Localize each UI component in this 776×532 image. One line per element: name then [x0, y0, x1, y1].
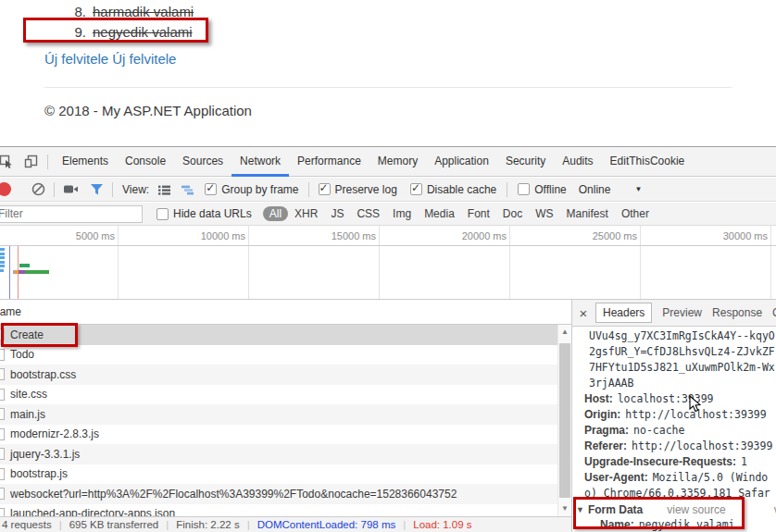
filter-input[interactable]	[0, 205, 143, 223]
domcontentloaded-marker	[9, 246, 10, 299]
request-name: bootstrap.js	[10, 467, 68, 480]
request-row[interactable]: site.css	[0, 385, 558, 405]
request-row[interactable]: Todo	[0, 345, 558, 365]
request-name: jquery-3.3.1.js	[10, 448, 80, 461]
request-row[interactable]: websocket?url=http%3A%2F%2Flocalhost%3A3…	[0, 484, 558, 504]
resource-filter-pill[interactable]: JS	[324, 206, 350, 221]
scroll-up-icon[interactable]: ▲	[558, 326, 571, 339]
name-column-header[interactable]: Name	[0, 305, 21, 318]
capture-screenshots-icon[interactable]	[62, 181, 79, 198]
timeline-tick-label: 10000 ms	[171, 230, 245, 241]
hide-data-urls-checkbox[interactable]	[156, 208, 169, 220]
check-icon: ✓	[206, 181, 215, 194]
new-entry-link[interactable]: Új felvitele	[44, 51, 108, 67]
header-value: no-cache	[633, 424, 684, 437]
devtools-tab[interactable]: Elements	[54, 147, 117, 177]
devtools-panel: ElementsConsoleSourcesNetworkPerformance…	[0, 146, 776, 532]
request-list: Create Todo bootstrap.css	[0, 325, 558, 516]
details-tab[interactable]: Headers	[595, 303, 652, 323]
group-by-frame-label: Group by frame	[221, 183, 298, 196]
devtools-tab[interactable]: Memory	[369, 147, 426, 177]
header-name: Referer:	[584, 439, 627, 452]
request-row[interactable]: modernizr-2.8.3.js	[0, 425, 558, 445]
resource-filter-pill[interactable]: WS	[529, 206, 559, 221]
header-line: 3rjAAAB	[572, 376, 776, 391]
disable-cache-label: Disable cache	[427, 183, 496, 196]
file-icon	[0, 468, 5, 480]
close-icon[interactable]: ×	[576, 305, 591, 321]
preserve-log-checkbox[interactable]: ✓	[319, 183, 331, 195]
devtools-tab[interactable]: Console	[117, 147, 174, 177]
group-by-frame-checkbox[interactable]: ✓	[205, 183, 217, 195]
request-row[interactable]: Create	[0, 325, 558, 345]
separator	[47, 155, 48, 169]
resource-filter-pill[interactable]: Img	[386, 206, 418, 221]
resource-filter-pill[interactable]: Font	[461, 206, 496, 221]
chevron-down-icon[interactable]: ▼	[634, 185, 642, 193]
resource-filter-pill[interactable]: CSS	[350, 206, 386, 221]
inspect-element-icon[interactable]	[0, 152, 16, 172]
devtools-tab[interactable]: Security	[497, 147, 554, 177]
overview-bar	[0, 248, 5, 251]
devtools-tab[interactable]: EditThisCookie	[602, 147, 694, 177]
resource-type-filters: AllXHRJSCSSImgMediaFontDocWSManifestOthe…	[263, 206, 656, 221]
header-line: Upgrade-Insecure-Requests:1	[572, 454, 776, 470]
offline-checkbox[interactable]	[518, 183, 530, 195]
request-row[interactable]: bootstrap.js	[0, 464, 558, 485]
request-row[interactable]: main.js	[0, 404, 558, 425]
device-toolbar-icon[interactable]	[21, 152, 42, 172]
resource-filter-pill[interactable]: Doc	[496, 206, 529, 221]
header-line: UVu4sg_y7XC3ImRgIsCkA4Y--kqyO	[572, 328, 776, 344]
new-entry-link[interactable]: Új felvitele	[112, 51, 176, 67]
vertical-scrollbar[interactable]: ▲ ▼	[557, 325, 571, 516]
devtools-tab[interactable]: Audits	[554, 147, 601, 177]
clear-icon[interactable]	[30, 181, 46, 198]
request-name: main.js	[10, 408, 45, 421]
devtools-tab[interactable]: Sources	[174, 147, 232, 177]
devtools-tab[interactable]: Network	[232, 147, 289, 177]
requests-table-header[interactable]: Name	[0, 300, 571, 325]
request-row[interactable]: jquery-3.3.1.js	[0, 444, 558, 464]
header-name: User-Agent:	[584, 471, 648, 484]
request-name: site.css	[10, 388, 47, 401]
triangle-down-icon[interactable]: ▼	[576, 505, 584, 514]
header-line: 2gsfUR_Y=CfDJ8LhsvQLz4-ZJvkZF	[572, 344, 776, 360]
network-overview[interactable]: 5000 ms10000 ms15000 ms20000 ms25000 ms3…	[0, 226, 776, 300]
details-tab[interactable]: Preview	[662, 306, 702, 319]
view-list-icon[interactable]	[156, 181, 172, 198]
overview-bar	[0, 261, 5, 264]
details-tab[interactable]: Cookies	[772, 306, 776, 319]
view-waterfall-icon[interactable]	[179, 181, 195, 198]
request-row[interactable]: launched-app-directory-apps.json	[0, 504, 558, 517]
view-label: View:	[122, 183, 149, 196]
resource-filter-pill[interactable]: Other	[615, 206, 656, 221]
resource-filter-pill[interactable]: Manifest	[560, 206, 615, 221]
resource-filter-pill[interactable]: XHR	[288, 206, 324, 221]
header-name: Origin:	[584, 408, 620, 421]
view-source-link[interactable]: view source	[667, 503, 725, 516]
new-entry-links: Új felviteleÚj felvitele	[44, 51, 180, 67]
devtools-tab[interactable]: Application	[426, 147, 497, 177]
network-main: Name Create Todo	[0, 300, 776, 532]
header-value: 7HFYtu1D5sJ821_uXuwmPOlk2m-Wx	[589, 361, 775, 374]
overview-bar	[0, 256, 5, 259]
throttling-select[interactable]: Online	[579, 183, 611, 196]
details-tab[interactable]: Response	[712, 306, 762, 319]
scroll-down-icon[interactable]: ▼	[558, 502, 571, 515]
resource-filter-pill[interactable]: All	[263, 206, 288, 221]
scrollbar-thumb[interactable]	[559, 343, 570, 498]
timeline-tick-label: 5000 ms	[41, 230, 115, 241]
devtools-tab[interactable]: Performance	[289, 147, 369, 177]
resource-filter-pill[interactable]: Media	[418, 206, 461, 221]
filter-funnel-icon[interactable]	[88, 181, 105, 198]
request-row[interactable]: bootstrap.css	[0, 365, 558, 385]
list-item-number: 9.	[0, 24, 86, 40]
header-value: o) Chrome/66.0.3359.181 Safar	[584, 487, 770, 500]
record-button[interactable]	[0, 182, 11, 196]
disable-cache-checkbox[interactable]: ✓	[410, 183, 422, 195]
header-value: http://localhost:39399	[625, 408, 766, 421]
header-line: Pragma:no-cache	[572, 423, 776, 439]
form-data-section-header[interactable]: ▼ Form Data view source view URL encoded	[572, 501, 776, 517]
screenshot-root: 8. harmadik valami 9. negyedik valami Új…	[0, 0, 776, 532]
requests-table: Name Create Todo	[0, 300, 572, 532]
